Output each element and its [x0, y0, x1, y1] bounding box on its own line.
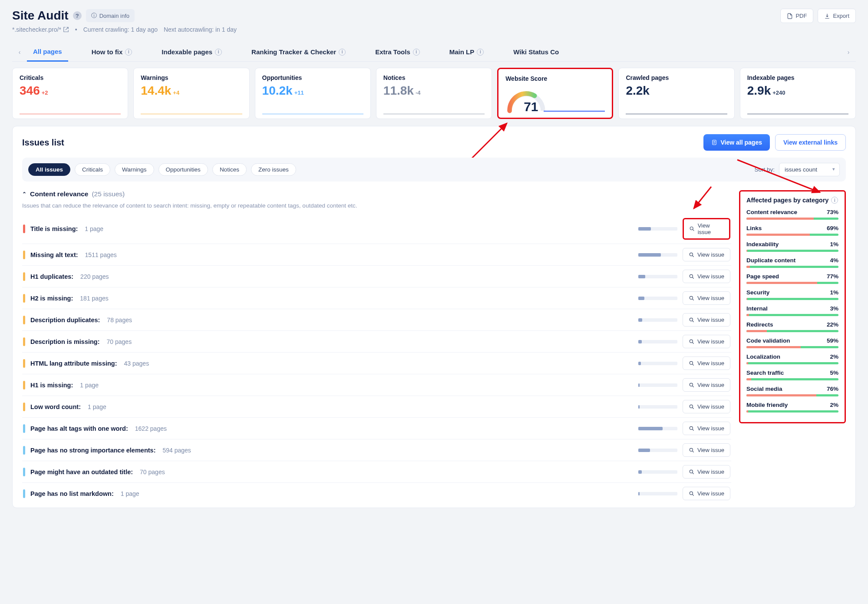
export-label: Export	[833, 13, 849, 19]
svg-point-5	[690, 253, 693, 256]
issue-count: 1 page	[88, 403, 106, 410]
kpi-card-indexable-pages[interactable]: Indexable pages 2.9k+240	[740, 68, 856, 119]
view-issue-button[interactable]: View issue	[683, 400, 730, 413]
domain-info-button[interactable]: ⓘ Domain info	[86, 9, 135, 22]
filter-notices[interactable]: Notices	[212, 163, 247, 176]
view-issue-button[interactable]: View issue	[683, 218, 730, 240]
view-issue-button[interactable]: View issue	[683, 378, 730, 392]
tab-ranking-tracker-checker[interactable]: Ranking Tracker & Checkeri	[245, 43, 352, 61]
category-bar	[746, 282, 838, 284]
issues-title: Issues list	[22, 138, 64, 148]
kpi-card-notices[interactable]: Notices 11.8k-4	[376, 68, 492, 119]
filter-zero-issues[interactable]: Zero issues	[251, 163, 296, 176]
issue-label[interactable]: H1 duplicates:	[30, 273, 73, 280]
view-issue-button[interactable]: View issue	[683, 487, 730, 500]
view-external-links-button[interactable]: View external links	[775, 134, 846, 151]
tab-how-to-fix[interactable]: How to fixi	[86, 43, 139, 61]
issue-bar	[638, 253, 677, 257]
filter-warnings[interactable]: Warnings	[115, 163, 154, 176]
category-row[interactable]: Page speed77%	[746, 273, 838, 284]
view-issue-button[interactable]: View issue	[683, 248, 730, 261]
view-issue-button[interactable]: View issue	[683, 465, 730, 479]
issue-label[interactable]: H2 is missing:	[30, 295, 73, 302]
issue-label[interactable]: Page has no list markdown:	[30, 490, 114, 497]
svg-point-4	[690, 227, 693, 230]
view-issue-button[interactable]: View issue	[683, 422, 730, 435]
category-row[interactable]: Security1%	[746, 289, 838, 300]
svg-point-15	[690, 470, 693, 473]
view-issue-button[interactable]: View issue	[683, 443, 730, 457]
category-bar	[746, 250, 838, 252]
info-icon[interactable]: i	[831, 197, 838, 204]
issue-label[interactable]: Description duplicates:	[30, 317, 100, 323]
view-all-pages-button[interactable]: View all pages	[703, 134, 770, 151]
category-bar	[746, 234, 838, 236]
tabs-next[interactable]: ›	[841, 49, 856, 56]
issue-row: H1 is missing: 1 page View issue	[22, 374, 731, 396]
tab-extra-tools[interactable]: Extra Toolsi	[369, 43, 426, 61]
severity-indicator	[23, 272, 25, 281]
search-icon	[689, 317, 695, 323]
category-row[interactable]: Social media76%	[746, 386, 838, 396]
category-bar	[746, 346, 838, 348]
view-all-label: View all pages	[721, 139, 762, 146]
view-issue-button[interactable]: View issue	[683, 270, 730, 283]
view-issue-button[interactable]: View issue	[683, 313, 730, 327]
view-issue-button[interactable]: View issue	[683, 335, 730, 348]
kpi-card-criticals[interactable]: Criticals 346+2	[12, 68, 128, 119]
kpi-card-opportunities[interactable]: Opportunities 10.2k+11	[255, 68, 371, 119]
issue-row: Page has no strong importance elements: …	[22, 439, 731, 461]
filter-opportunities[interactable]: Opportunities	[158, 163, 208, 176]
category-row[interactable]: Links69%	[746, 225, 838, 236]
info-icon: i	[215, 49, 222, 56]
category-row[interactable]: Indexability1%	[746, 241, 838, 252]
issue-label[interactable]: Title is missing:	[30, 225, 78, 232]
category-row[interactable]: Duplicate content4%	[746, 257, 838, 268]
issue-label[interactable]: Low word count:	[30, 403, 81, 410]
kpi-card-website-score[interactable]: Website Score 71	[497, 68, 613, 119]
tab-indexable-pages[interactable]: Indexable pagesi	[155, 43, 228, 61]
filter-all-issues[interactable]: All issues	[28, 163, 70, 176]
svg-point-7	[690, 296, 693, 299]
category-row[interactable]: Mobile friendly2%	[746, 402, 838, 413]
category-row[interactable]: Content relevance73%	[746, 209, 838, 220]
category-row[interactable]: Code validation59%	[746, 337, 838, 348]
issue-bar	[638, 383, 677, 387]
group-toggle[interactable]: ⌃ Content relevance (25 issues)	[22, 190, 731, 198]
category-row[interactable]: Redirects22%	[746, 321, 838, 332]
chevron-up-icon: ⌃	[22, 191, 26, 197]
tab-all-pages[interactable]: All pages	[27, 43, 68, 62]
issue-label[interactable]: Page might have an outdated title:	[30, 469, 133, 475]
export-button[interactable]: Export	[818, 9, 856, 23]
issue-label[interactable]: Page has no strong importance elements:	[30, 447, 155, 454]
severity-indicator	[23, 403, 25, 411]
category-row[interactable]: Search traffic5%	[746, 370, 838, 380]
sort-select[interactable]: issues count	[779, 163, 840, 176]
info-icon: i	[477, 49, 484, 56]
tab-main-lp[interactable]: Main LPi	[443, 43, 490, 61]
view-issue-button[interactable]: View issue	[683, 291, 730, 305]
issue-label[interactable]: H1 is missing:	[30, 382, 73, 389]
kpi-card-crawled-pages[interactable]: Crawled pages 2.2k	[618, 68, 734, 119]
help-icon[interactable]: ?	[73, 11, 82, 20]
issue-label[interactable]: Page has alt tags with one word:	[30, 425, 128, 432]
kpi-card-warnings[interactable]: Warnings 14.4k+4	[133, 68, 249, 119]
filter-criticals[interactable]: Criticals	[75, 163, 110, 176]
tab-wiki-status-co[interactable]: Wiki Status Co	[507, 43, 565, 61]
issue-bar	[638, 427, 677, 430]
category-row[interactable]: Localization2%	[746, 353, 838, 364]
severity-indicator	[23, 359, 25, 368]
issue-row: Title is missing: 1 page View issue	[22, 214, 731, 244]
tabs-prev[interactable]: ‹	[12, 49, 27, 56]
issue-bar	[638, 405, 677, 409]
issue-label[interactable]: Missing alt text:	[30, 251, 78, 258]
category-bar	[746, 266, 838, 268]
view-issue-button[interactable]: View issue	[683, 356, 730, 370]
pdf-button[interactable]: PDF	[780, 9, 813, 23]
issue-count: 70 pages	[140, 469, 165, 475]
category-row[interactable]: Internal3%	[746, 305, 838, 316]
issue-label[interactable]: HTML lang attribute missing:	[30, 360, 117, 367]
pdf-label: PDF	[795, 13, 807, 19]
issue-label[interactable]: Description is missing:	[30, 338, 100, 345]
site-url[interactable]: *.sitechecker.pro/*	[12, 26, 69, 33]
